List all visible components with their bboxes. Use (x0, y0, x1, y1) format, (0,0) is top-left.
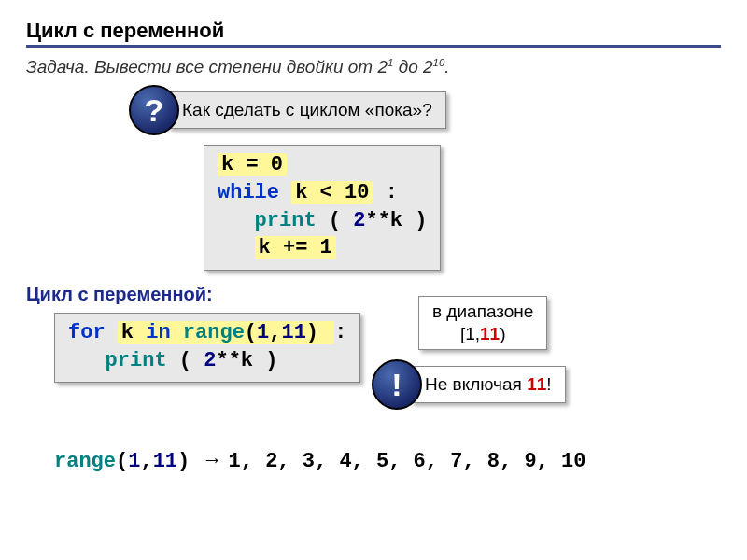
code2-one: 1 (257, 321, 269, 344)
task-prefix: Задача. (26, 57, 90, 77)
rl-comma: , (140, 450, 152, 473)
task-text: Задача. Вывести все степени двойки от 21… (26, 57, 721, 77)
question-text: Как сделать с циклом «пока»? (168, 91, 446, 129)
rl-p1: ( (116, 450, 128, 473)
exclude-text: Не включая 11! (411, 366, 566, 403)
subtitle: Цикл с переменной: (26, 284, 721, 305)
task-body-a: Вывести все степени двойки от 2 (90, 57, 388, 77)
task-end: . (444, 57, 449, 77)
rl-arrow-icon: → (202, 448, 228, 471)
range-callout-line1: в диапазоне (432, 301, 533, 323)
code2-comma: , (269, 321, 281, 344)
code2-for: for (68, 321, 106, 344)
range-expansion: range(1,11) → 1, 2, 3, 4, 5, 6, 7, 8, 9,… (54, 448, 721, 473)
for-section: for k in range(1,11) : print ( 2**k ) в (26, 313, 721, 383)
rl-p2: ) (177, 450, 190, 473)
rl-11: 11 (153, 450, 177, 473)
excl-b: 11 (527, 374, 546, 394)
code2-pp1: ( (179, 349, 191, 372)
code-block-while: k = 0 while k < 10 : print ( 2**k ) k +=… (204, 145, 721, 271)
code2-in: in (146, 321, 170, 344)
code1-incr: k += 1 (255, 236, 336, 259)
code1-cond: k < 10 (291, 181, 373, 204)
code2-print: print (106, 349, 167, 372)
code1-l1: k = 0 (218, 153, 287, 176)
code2-colon: : (334, 321, 346, 344)
code1-p2: ) (415, 209, 427, 232)
exclude-callout: ! Не включая 11! (372, 359, 566, 410)
range-callout: в диапазоне [1,11) (418, 296, 547, 350)
code2-starsk: **k (216, 349, 253, 372)
exclaim-badge-icon: ! (372, 359, 422, 410)
code2-k: k (121, 321, 134, 344)
excl-c: ! (546, 374, 551, 394)
code1-p1: ( (329, 209, 341, 232)
code2-range: range (183, 321, 245, 344)
question-callout: ? Как сделать с циклом «пока»? (129, 85, 721, 135)
code1-print: print (255, 209, 317, 232)
code-block-for: for k in range(1,11) : print ( 2**k ) (54, 313, 360, 383)
rl-1: 1 (128, 450, 140, 473)
rl-range: range (54, 450, 116, 473)
code1-starsk: **k (365, 209, 402, 232)
code2-eleven: 11 (281, 321, 305, 344)
range-callout-d: ) (500, 324, 505, 343)
code1-two: 2 (353, 209, 365, 232)
code1-while: while (218, 181, 279, 204)
code2-p1: ( (245, 321, 257, 344)
code2-pp2: ) (265, 349, 277, 372)
code2-p2: ) (306, 321, 318, 344)
task-exp2: 10 (433, 57, 445, 68)
code2-two: 2 (204, 349, 216, 372)
excl-a: Не включая (425, 374, 527, 394)
code1-colon: : (386, 181, 398, 204)
range-callout-c: 11 (480, 324, 500, 343)
rl-nums: 1, 2, 3, 4, 5, 6, 7, 8, 9, 10 (229, 450, 586, 473)
range-callout-b: [1, (460, 324, 480, 343)
task-mid: до 2 (393, 57, 432, 77)
question-badge-icon: ? (129, 85, 179, 135)
slide-title: Цикл с переменной (26, 19, 721, 48)
